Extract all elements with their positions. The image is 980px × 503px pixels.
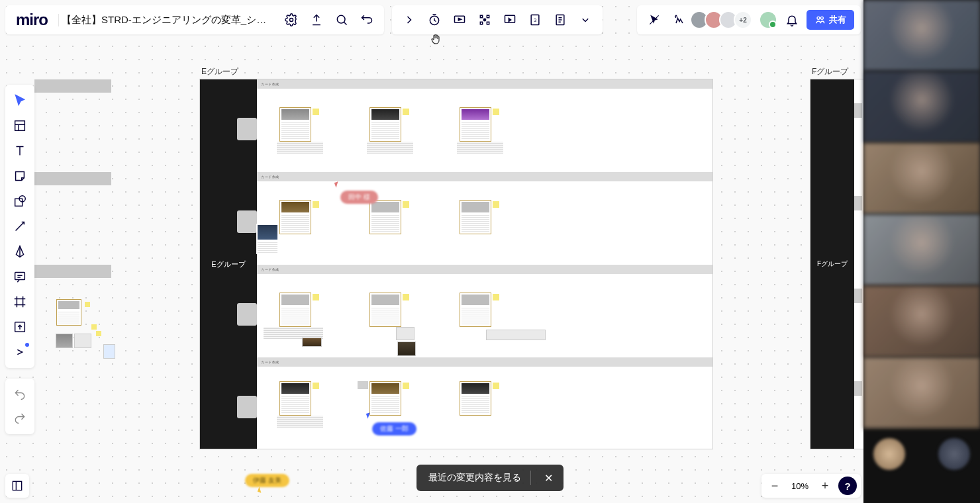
zoom-out-button[interactable]: − — [765, 477, 784, 495]
sticky-note[interactable] — [493, 383, 499, 389]
zoom-level[interactable]: 10% — [788, 481, 812, 491]
board-card[interactable] — [460, 200, 491, 234]
undo-button[interactable] — [8, 383, 32, 406]
video-tile[interactable] — [863, 71, 980, 143]
settings-icon[interactable] — [281, 9, 302, 30]
pen-tool[interactable] — [8, 240, 32, 263]
video-tile[interactable] — [863, 286, 980, 357]
sticky-note[interactable] — [91, 324, 97, 330]
attachment[interactable] — [358, 381, 368, 389]
select-tool[interactable] — [8, 89, 32, 113]
help-button[interactable]: ? — [838, 477, 857, 495]
video-avatar[interactable] — [938, 438, 970, 470]
sticky-note[interactable] — [313, 294, 319, 300]
svg-point-4 — [483, 19, 485, 21]
section-heading: カード作成 — [257, 172, 712, 181]
notes-icon[interactable] — [550, 9, 571, 30]
attachment[interactable] — [396, 327, 415, 340]
mini-card[interactable] — [56, 299, 81, 326]
canvas[interactable]: Eグループ Fグループ Eグループ カード作成 カード作成 カード — [0, 0, 863, 503]
card-text — [367, 142, 413, 154]
sticky-note[interactable] — [493, 294, 499, 300]
board-card[interactable] — [279, 381, 311, 416]
board-card[interactable] — [369, 381, 401, 416]
board-card[interactable] — [460, 293, 491, 327]
voting-icon[interactable]: 3 — [524, 9, 546, 30]
open-frames-button[interactable] — [5, 474, 29, 498]
sticky-tool[interactable] — [8, 164, 32, 188]
video-avatar[interactable] — [873, 438, 905, 470]
frame-e-group[interactable]: Eグループ カード作成 カード作成 カード作成 — [200, 79, 712, 449]
attachment[interactable] — [302, 338, 322, 347]
board-title[interactable]: 【全社】STRD-エンジニアリングの変革_シグ... — [58, 14, 277, 26]
board-card[interactable] — [460, 107, 491, 142]
upload-tool[interactable] — [8, 315, 32, 339]
zoom-in-button[interactable]: + — [816, 477, 834, 495]
cursor-toggle-icon[interactable] — [644, 9, 665, 30]
frame-label-f[interactable]: Fグループ — [812, 66, 848, 77]
timer-icon[interactable] — [424, 9, 445, 30]
attachment[interactable] — [103, 344, 115, 359]
text-tool[interactable] — [8, 139, 32, 163]
attachment[interactable] — [74, 334, 91, 348]
sticky-note[interactable] — [493, 109, 499, 115]
undo-redo-panel — [5, 379, 34, 434]
chevron-right-icon[interactable] — [399, 9, 420, 30]
sticky-note[interactable] — [403, 383, 409, 389]
board-card[interactable] — [279, 107, 311, 142]
avatar-overflow[interactable]: +2 — [734, 11, 752, 29]
frame-tool[interactable] — [8, 290, 32, 314]
close-icon[interactable]: ✕ — [540, 472, 557, 484]
attachment[interactable] — [56, 334, 73, 348]
redo-button[interactable] — [8, 406, 32, 430]
board-card[interactable] — [279, 200, 311, 234]
sticky-note[interactable] — [313, 109, 319, 115]
bell-icon[interactable] — [781, 9, 803, 30]
attachment[interactable] — [486, 330, 546, 340]
line-tool[interactable] — [8, 214, 32, 238]
chevron-down-icon[interactable] — [575, 9, 596, 30]
frame-label-e[interactable]: Eグループ — [201, 66, 238, 77]
facilitation-toolbar: 3 — [392, 5, 603, 34]
board-card[interactable] — [369, 293, 401, 327]
sticky-note[interactable] — [403, 201, 409, 208]
shape-tool[interactable] — [8, 189, 32, 213]
attachment[interactable] — [397, 342, 416, 356]
toast-message[interactable]: 最近の変更内容を見る — [428, 472, 521, 484]
video-tile[interactable] — [863, 0, 980, 71]
sticky-note[interactable] — [313, 383, 319, 389]
search-icon[interactable] — [331, 9, 352, 30]
sticky-note[interactable] — [403, 109, 409, 115]
sticky-note[interactable] — [403, 294, 409, 300]
current-user-avatar[interactable] — [759, 11, 777, 29]
sticky-note[interactable] — [96, 331, 101, 336]
board-card[interactable] — [256, 224, 279, 254]
attention-icon[interactable] — [474, 9, 495, 30]
comment-tool[interactable] — [8, 265, 32, 289]
sticky-note[interactable] — [313, 201, 319, 208]
board-card[interactable] — [460, 381, 491, 416]
board-card[interactable] — [369, 200, 401, 234]
screen-share-icon[interactable] — [499, 9, 520, 30]
share-button[interactable]: 共有 — [807, 10, 854, 30]
more-tools[interactable] — [8, 340, 32, 364]
sticky-note[interactable] — [85, 302, 90, 307]
board-card[interactable] — [369, 107, 401, 142]
video-call-sidebar — [863, 0, 980, 503]
sticky-note[interactable] — [493, 201, 499, 208]
frame-f-group[interactable]: Fグループ — [810, 79, 863, 449]
video-tile[interactable] — [863, 214, 980, 286]
miro-logo[interactable]: miro — [12, 11, 52, 29]
collaboration-panel: +2 共有 — [637, 5, 861, 34]
reactions-icon[interactable] — [669, 9, 690, 30]
switch-icon[interactable] — [356, 9, 377, 30]
board-card[interactable] — [279, 293, 311, 327]
svg-point-10 — [820, 17, 823, 19]
export-icon[interactable] — [306, 9, 327, 30]
presentation-icon[interactable] — [449, 9, 470, 30]
collaborator-avatars[interactable]: +2 — [694, 11, 752, 29]
hand-cursor-icon — [430, 33, 441, 47]
video-tile[interactable] — [863, 143, 980, 214]
templates-tool[interactable] — [8, 114, 32, 138]
video-tile[interactable] — [863, 357, 980, 429]
